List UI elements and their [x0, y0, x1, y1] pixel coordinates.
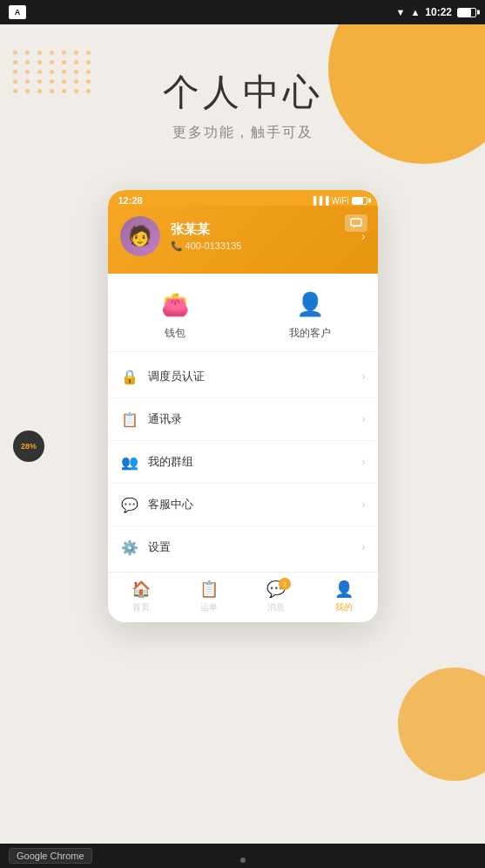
contacts-icon: 📋: [120, 410, 139, 429]
title-section: 个人中心 更多功能，触手可及: [0, 68, 485, 142]
mine-nav-label: 我的: [335, 601, 353, 614]
signal-icon: ▲: [410, 7, 420, 17]
battery-fill: [458, 9, 471, 17]
bottom-nav: 🏠 首页 📋 运单 💬 2 消息 👤 我的: [108, 572, 378, 622]
action-my-customers[interactable]: 👤 我的客户: [243, 288, 378, 341]
my-customers-label: 我的客户: [289, 326, 331, 341]
messages-badge: 2: [279, 578, 291, 590]
avatar-image: 🧑: [128, 225, 152, 248]
profile-name: 张某某: [171, 221, 351, 238]
phone-status-icons: ▐▐▐ WiFi: [310, 196, 367, 206]
taskbar-indicator: [240, 858, 246, 863]
mine-nav-icon: 👤: [334, 580, 354, 599]
page-subtitle: 更多功能，触手可及: [0, 124, 485, 142]
contacts-label: 通讯录: [148, 411, 354, 427]
waybill-nav-label: 运单: [200, 601, 218, 614]
profile-info: 张某某 📞 400-0133135: [171, 221, 351, 252]
status-right: ▼ ▲ 10:22: [396, 6, 476, 18]
wifi-icon: ▼: [396, 7, 406, 17]
phone-mockup: 12:28 ▐▐▐ WiFi 🧑 张某某: [108, 190, 378, 622]
bg-circle-bottom-right: [398, 668, 485, 781]
dispatcher-arrow-icon: ›: [362, 370, 366, 383]
nav-mine[interactable]: 👤 我的: [310, 580, 378, 614]
battery-icon: [457, 8, 476, 17]
home-nav-label: 首页: [132, 601, 150, 614]
my-customers-icon: 👤: [293, 288, 327, 321]
menu-item-dispatcher[interactable]: 🔒 调度员认证 ›: [108, 356, 378, 398]
settings-label: 设置: [148, 539, 354, 555]
chat-icon[interactable]: [345, 214, 367, 232]
dispatcher-label: 调度员认证: [148, 369, 354, 384]
groups-arrow-icon: ›: [362, 456, 366, 468]
menu-item-settings[interactable]: ⚙️ 设置 ›: [108, 526, 378, 568]
nav-home[interactable]: 🏠 首页: [108, 580, 176, 614]
app-icon: A: [9, 5, 26, 19]
page-title: 个人中心: [0, 68, 485, 117]
status-time: 10:22: [425, 6, 452, 18]
settings-arrow-icon: ›: [362, 541, 366, 553]
phone-status-bar: 12:28 ▐▐▐ WiFi: [108, 190, 378, 206]
profile-header[interactable]: 🧑 张某某 📞 400-0133135 ›: [108, 206, 378, 274]
phone-time: 12:28: [118, 195, 143, 206]
nav-messages[interactable]: 💬 2 消息: [243, 580, 311, 614]
quick-actions: 👛 钱包 👤 我的客户: [108, 274, 378, 352]
main-screen: 个人中心 更多功能，触手可及 28% 12:28 ▐▐▐ WiFi: [0, 24, 485, 868]
home-nav-icon: 🏠: [131, 580, 151, 599]
customer-service-label: 客服中心: [148, 497, 354, 512]
menu-item-customer-service[interactable]: 💬 客服中心 ›: [108, 484, 378, 526]
menu-item-contacts[interactable]: 📋 通讯录 ›: [108, 398, 378, 441]
dispatcher-icon: 🔒: [120, 367, 139, 386]
menu-item-groups[interactable]: 👥 我的群组 ›: [108, 441, 378, 484]
wallet-icon: 👛: [158, 288, 192, 321]
taskbar: Google Chrome: [0, 844, 485, 868]
groups-icon: 👥: [120, 452, 139, 471]
phone-battery-fill: [353, 198, 363, 204]
avatar: 🧑: [120, 216, 160, 256]
action-wallet[interactable]: 👛 钱包: [108, 288, 243, 341]
customer-service-arrow-icon: ›: [362, 498, 366, 511]
settings-icon: ⚙️: [120, 538, 139, 557]
wallet-label: 钱包: [165, 326, 185, 341]
status-bar: A ▼ ▲ 10:22: [0, 0, 485, 24]
customer-service-icon: 💬: [120, 495, 139, 514]
taskbar-app-google-chrome[interactable]: Google Chrome: [9, 848, 92, 864]
phone-wifi-icon: WiFi: [332, 196, 349, 206]
profile-phone: 📞 400-0133135: [171, 241, 351, 252]
waybill-nav-icon: 📋: [199, 580, 219, 599]
messages-nav-label: 消息: [267, 601, 285, 614]
contacts-arrow-icon: ›: [362, 413, 366, 425]
menu-list: 🔒 调度员认证 › 📋 通讯录 › 👥 我的群组 › 💬 客服中心 › ⚙️: [108, 352, 378, 572]
progress-badge: 28%: [13, 431, 44, 462]
status-left: A: [9, 5, 26, 19]
phone-signal-icon: ▐▐▐: [310, 196, 328, 206]
phone-battery-icon: [352, 197, 367, 205]
svg-rect-0: [351, 219, 361, 226]
nav-waybill[interactable]: 📋 运单: [175, 580, 243, 614]
groups-label: 我的群组: [148, 454, 354, 470]
